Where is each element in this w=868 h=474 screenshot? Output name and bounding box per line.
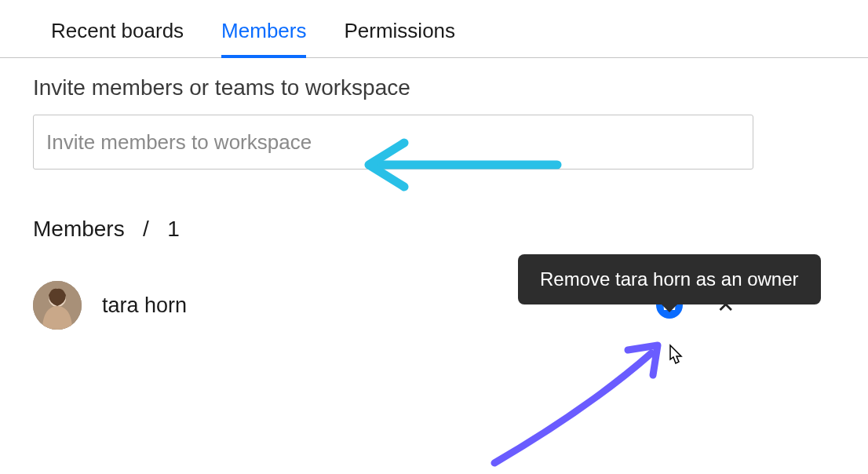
invite-input[interactable]: [33, 115, 753, 170]
avatar-image: [33, 281, 82, 330]
invite-label: Invite members or teams to workspace: [33, 75, 835, 100]
tooltip-text: Remove tara horn as an owner: [540, 268, 799, 290]
owner-tooltip: Remove tara horn as an owner: [518, 254, 821, 304]
members-section: Members / 1 tara horn ✕: [0, 170, 868, 330]
invite-section: Invite members or teams to workspace: [0, 58, 868, 170]
members-count-header: Members / 1: [33, 217, 835, 242]
members-count: 1: [167, 217, 180, 241]
avatar[interactable]: [33, 281, 82, 330]
cursor-pointer-icon: [664, 344, 687, 370]
annotation-arrow-purple: [479, 337, 683, 471]
tab-permissions[interactable]: Permissions: [344, 19, 455, 57]
tab-recent-boards[interactable]: Recent boards: [51, 19, 184, 57]
members-header-label: Members: [33, 217, 125, 241]
tab-bar: Recent boards Members Permissions: [0, 0, 868, 58]
members-header-separator: /: [143, 217, 149, 241]
tab-members[interactable]: Members: [221, 19, 306, 57]
